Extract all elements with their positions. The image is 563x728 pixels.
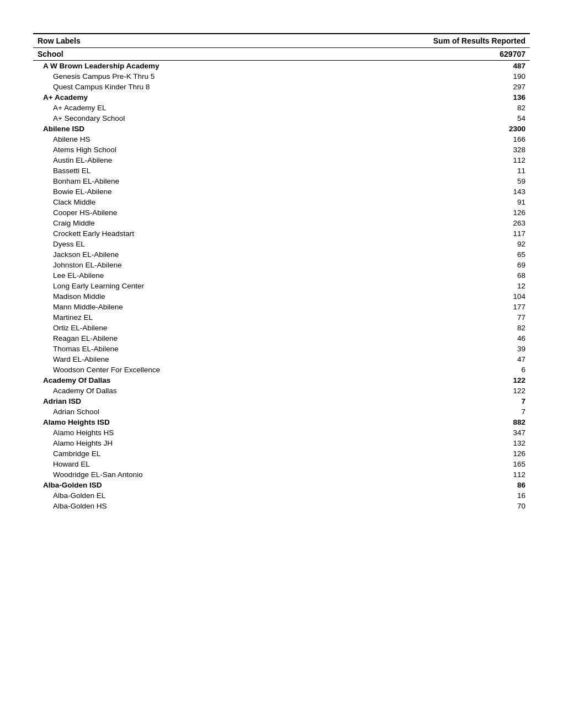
item-label: Martinez EL [33, 312, 314, 323]
item-value: 132 [314, 438, 530, 448]
item-value: 347 [314, 427, 530, 438]
item-row-0-0: Genesis Campus Pre-K Thru 5 190 [33, 71, 530, 82]
item-value: 12 [314, 281, 530, 291]
item-row-5-2: Cambridge EL 126 [33, 448, 530, 459]
item-label: Ortiz EL-Abilene [33, 323, 314, 333]
item-row-2-8: Craig Middle 263 [33, 218, 530, 228]
item-label: Genesis Campus Pre-K Thru 5 [33, 71, 314, 82]
item-value: 69 [314, 260, 530, 270]
item-label: Bassetti EL [33, 165, 314, 176]
item-value: 126 [314, 448, 530, 459]
group-total: 7 [314, 396, 530, 406]
item-label: Woodson Center For Excellence [33, 365, 314, 375]
item-row-2-9: Crockett Early Headstart 117 [33, 228, 530, 239]
results-table: Row Labels Sum of Results Reported Schoo… [33, 33, 530, 511]
item-row-6-1: Alba-Golden HS 70 [33, 501, 530, 511]
group-total: 487 [314, 61, 530, 72]
item-row-2-15: Madison Middle 104 [33, 291, 530, 302]
item-label: Alba-Golden HS [33, 501, 314, 511]
item-value: 92 [314, 239, 530, 249]
item-label: Crockett Early Headstart [33, 228, 314, 239]
group-total: 136 [314, 92, 530, 103]
table-header-row: Row Labels Sum of Results Reported [33, 34, 530, 48]
item-value: 70 [314, 501, 530, 511]
item-label: Johnston EL-Abilene [33, 260, 314, 270]
item-row-5-1: Alamo Heights JH 132 [33, 438, 530, 448]
item-row-2-19: Reagan EL-Abilene 46 [33, 333, 530, 344]
group-row-6: Alba-Golden ISD 86 [33, 480, 530, 490]
item-label: Austin EL-Abilene [33, 155, 314, 165]
school-total-value: 629707 [314, 48, 530, 61]
item-row-2-13: Lee EL-Abilene 68 [33, 270, 530, 281]
item-label: Alba-Golden EL [33, 490, 314, 501]
group-name: Academy Of Dallas [33, 375, 314, 386]
item-label: Howard EL [33, 459, 314, 469]
item-value: 47 [314, 354, 530, 365]
item-row-2-12: Johnston EL-Abilene 69 [33, 260, 530, 270]
item-value: 177 [314, 302, 530, 312]
item-row-0-1: Quest Campus Kinder Thru 8 297 [33, 82, 530, 92]
item-value: 46 [314, 333, 530, 344]
item-value: 54 [314, 113, 530, 124]
item-value: 166 [314, 134, 530, 144]
item-label: Thomas EL-Abilene [33, 344, 314, 354]
group-row-3: Academy Of Dallas 122 [33, 375, 530, 386]
item-value: 91 [314, 197, 530, 207]
group-row-4: Adrian ISD 7 [33, 396, 530, 406]
item-value: 6 [314, 365, 530, 375]
item-label: Madison Middle [33, 291, 314, 302]
item-label: Bowie EL-Abilene [33, 186, 314, 197]
item-row-2-14: Long Early Learning Center 12 [33, 281, 530, 291]
school-total-row: School 629707 [33, 48, 530, 61]
item-value: 11 [314, 165, 530, 176]
item-value: 297 [314, 82, 530, 92]
item-row-2-10: Dyess EL 92 [33, 239, 530, 249]
item-value: 126 [314, 207, 530, 218]
item-value: 328 [314, 144, 530, 155]
item-row-3-0: Academy Of Dallas 122 [33, 386, 530, 396]
item-label: Atems High School [33, 144, 314, 155]
item-row-2-22: Woodson Center For Excellence 6 [33, 365, 530, 375]
item-row-6-0: Alba-Golden EL 16 [33, 490, 530, 501]
item-value: 77 [314, 312, 530, 323]
item-value: 16 [314, 490, 530, 501]
item-label: A+ Academy EL [33, 103, 314, 113]
item-label: Bonham EL-Abilene [33, 176, 314, 186]
item-label: Clack Middle [33, 197, 314, 207]
item-row-2-17: Martinez EL 77 [33, 312, 530, 323]
item-row-2-6: Clack Middle 91 [33, 197, 530, 207]
item-value: 82 [314, 323, 530, 333]
item-row-4-0: Adrian School 7 [33, 406, 530, 417]
item-value: 39 [314, 344, 530, 354]
item-value: 112 [314, 469, 530, 480]
group-name: Alba-Golden ISD [33, 480, 314, 490]
item-row-5-3: Howard EL 165 [33, 459, 530, 469]
column-header-label: Row Labels [33, 34, 314, 48]
item-label: Alamo Heights HS [33, 427, 314, 438]
item-row-2-20: Thomas EL-Abilene 39 [33, 344, 530, 354]
group-row-1: A+ Academy 136 [33, 92, 530, 103]
item-label: Woodridge EL-San Antonio [33, 469, 314, 480]
item-row-2-1: Atems High School 328 [33, 144, 530, 155]
item-value: 190 [314, 71, 530, 82]
item-label: Adrian School [33, 406, 314, 417]
table-body: School 629707 A W Brown Leadership Acade… [33, 48, 530, 512]
item-value: 143 [314, 186, 530, 197]
group-name: Alamo Heights ISD [33, 417, 314, 427]
item-value: 7 [314, 406, 530, 417]
item-label: Cooper HS-Abilene [33, 207, 314, 218]
table-container: Row Labels Sum of Results Reported Schoo… [0, 0, 563, 533]
item-label: Craig Middle [33, 218, 314, 228]
group-name: A+ Academy [33, 92, 314, 103]
item-row-2-7: Cooper HS-Abilene 126 [33, 207, 530, 218]
item-label: A+ Secondary School [33, 113, 314, 124]
group-total: 122 [314, 375, 530, 386]
item-value: 68 [314, 270, 530, 281]
item-label: Jackson EL-Abilene [33, 249, 314, 260]
item-row-1-1: A+ Secondary School 54 [33, 113, 530, 124]
item-row-5-4: Woodridge EL-San Antonio 112 [33, 469, 530, 480]
item-value: 117 [314, 228, 530, 239]
item-value: 165 [314, 459, 530, 469]
item-row-2-0: Abilene HS 166 [33, 134, 530, 144]
item-label: Quest Campus Kinder Thru 8 [33, 82, 314, 92]
